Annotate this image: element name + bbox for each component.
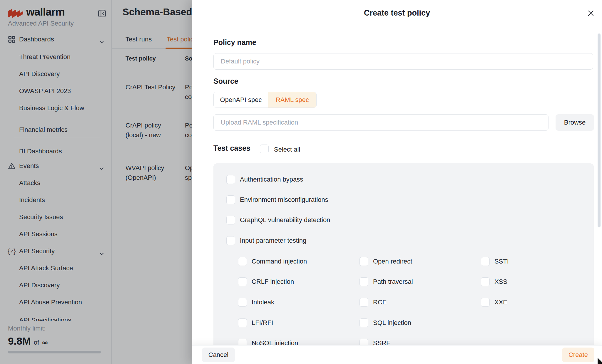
test-case-checkbox[interactable]	[238, 257, 247, 266]
test-case-checkbox[interactable]	[359, 298, 368, 307]
close-icon	[587, 10, 594, 17]
test-case-lfi-rfi: LFI/RFI	[238, 318, 359, 327]
test-case-authentication-bypass: Authentication bypass	[226, 175, 303, 184]
input-parameter-row: LFI/RFI SQL injection	[238, 318, 481, 327]
test-case-checkbox[interactable]	[481, 298, 490, 307]
test-case-label: Open redirect	[373, 258, 412, 265]
test-case-checkbox[interactable]	[481, 277, 490, 286]
test-cases-panel: Authentication bypass Environment miscon…	[213, 163, 594, 364]
test-case-label: Environment misconfigurations	[240, 196, 328, 204]
cancel-button[interactable]: Cancel	[202, 348, 235, 362]
test-case-input-parameter-testing: Input parameter testing	[226, 236, 306, 245]
test-case-checkbox[interactable]	[226, 236, 235, 245]
test-cases-label: Test cases	[213, 144, 250, 152]
test-case-label: CRLF injection	[252, 278, 294, 286]
close-button[interactable]	[587, 9, 595, 17]
test-case-label: GraphQL vulnerability detection	[240, 216, 330, 224]
policy-name-label: Policy name	[213, 38, 256, 47]
upload-raml-input[interactable]	[213, 114, 549, 131]
modal-header: Create test policy	[192, 0, 602, 26]
test-case-ssti: SSTI	[481, 257, 602, 266]
source-option-openapi-spec[interactable]: OpenAPI spec	[214, 92, 268, 108]
test-case-graphql-vulnerability-detection: GraphQL vulnerability detection	[226, 216, 330, 224]
test-case-checkbox[interactable]	[226, 195, 235, 204]
test-case-label: XXE	[494, 298, 507, 306]
input-parameter-row: Command injection Open redirect SSTI	[238, 257, 602, 266]
test-case-crlf-injection: CRLF injection	[238, 277, 359, 286]
source-toggle: OpenAPI spec RAML spec	[213, 92, 317, 108]
select-all-label: Select all	[274, 146, 300, 153]
input-parameter-row: Infoleak RCE XXE	[238, 298, 602, 307]
policy-name-input[interactable]	[213, 53, 593, 70]
test-case-label: LFI/RFI	[252, 319, 273, 327]
test-case-label: Path traversal	[373, 278, 413, 286]
modal-title: Create test policy	[192, 0, 602, 26]
test-case-environment-misconfigurations: Environment misconfigurations	[226, 195, 328, 204]
modal-footer: Cancel Create	[192, 345, 602, 364]
test-case-checkbox[interactable]	[481, 257, 490, 266]
test-case-label: Input parameter testing	[240, 237, 306, 244]
test-case-path-traversal: Path traversal	[359, 277, 481, 286]
test-case-label: SQL injection	[373, 319, 411, 327]
test-case-label: Infoleak	[252, 298, 274, 306]
test-case-label: Authentication bypass	[240, 176, 303, 183]
test-case-checkbox[interactable]	[226, 216, 235, 224]
source-option-raml-spec-selected[interactable]: RAML spec	[268, 92, 316, 108]
modal-backdrop[interactable]	[0, 0, 192, 364]
create-test-policy-modal: Create test policy Policy name Source Op…	[192, 0, 602, 364]
test-case-command-injection: Command injection	[238, 257, 359, 266]
test-case-label: Command injection	[252, 258, 307, 265]
test-case-label: SSTI	[494, 258, 509, 265]
source-label: Source	[213, 77, 238, 85]
modal-scrollbar-thumb[interactable]	[598, 33, 601, 227]
select-all-checkbox[interactable]	[260, 145, 269, 153]
app-root: wallarm Advanced API Security Dashboards	[0, 0, 602, 364]
test-case-checkbox[interactable]	[238, 318, 247, 327]
test-case-xxe: XXE	[481, 298, 602, 307]
test-case-checkbox[interactable]	[238, 277, 247, 286]
browse-button[interactable]: Browse	[556, 114, 594, 131]
test-case-checkbox[interactable]	[359, 318, 368, 327]
create-button[interactable]: Create	[562, 348, 594, 362]
test-case-checkbox[interactable]	[359, 257, 368, 266]
test-case-label: XSS	[494, 278, 507, 286]
test-case-checkbox[interactable]	[359, 277, 368, 286]
test-case-rce: RCE	[359, 298, 481, 307]
test-case-label: RCE	[373, 298, 387, 306]
test-case-checkbox[interactable]	[238, 298, 247, 307]
test-case-xss: XSS	[481, 277, 602, 286]
test-case-sql-injection: SQL injection	[359, 318, 481, 327]
input-parameter-row: CRLF injection Path traversal XSS	[238, 277, 602, 286]
test-case-checkbox[interactable]	[226, 175, 235, 184]
test-case-open-redirect: Open redirect	[359, 257, 481, 266]
test-case-infoleak: Infoleak	[238, 298, 359, 307]
